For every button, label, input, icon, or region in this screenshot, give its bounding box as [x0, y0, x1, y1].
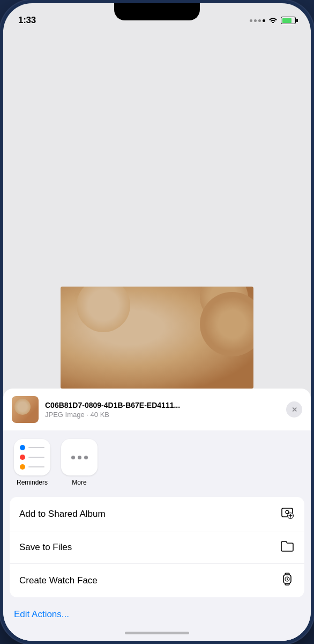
watch-icon [280, 572, 295, 589]
reminders-icon [16, 441, 49, 474]
notch [114, 3, 200, 20]
more-label: More [72, 479, 86, 486]
file-info-text: C06B81D7-0809-4D1B-B67E-ED4111... JPEG I… [45, 401, 280, 419]
file-thumbnail [12, 396, 39, 423]
status-time: 1:33 [18, 15, 36, 26]
file-name: C06B81D7-0809-4D1B-B67E-ED4111... [45, 401, 280, 409]
apps-row: Reminders More [3, 430, 311, 493]
phone-frame: 1:33 [0, 0, 314, 644]
phone-screen: 1:33 [3, 3, 311, 641]
reminders-label: Reminders [17, 479, 48, 486]
status-icons [250, 16, 296, 25]
bear-image [61, 287, 253, 389]
edit-actions-button[interactable]: Edit Actions... [3, 602, 311, 627]
home-indicator [3, 627, 311, 641]
more-app-item[interactable]: More [61, 439, 98, 486]
home-bar [125, 632, 189, 634]
save-to-files-item[interactable]: Save to Files [10, 531, 304, 563]
edit-actions-label: Edit Actions... [14, 609, 69, 619]
create-watch-face-label: Create Watch Face [19, 575, 98, 586]
sidebar-item-reminders[interactable]: Reminders [14, 439, 50, 486]
action-list: Add to Shared Album [10, 497, 304, 597]
more-dots-icon [71, 456, 88, 459]
close-button[interactable]: ✕ [286, 401, 302, 418]
add-to-shared-album-item[interactable]: Add to Shared Album [10, 497, 304, 531]
battery-icon [281, 17, 296, 24]
main-content: C06B81D7-0809-4D1B-B67E-ED4111... JPEG I… [3, 30, 311, 641]
reminders-app-icon [14, 439, 50, 475]
image-preview-area [3, 30, 311, 389]
signal-icon [250, 19, 265, 22]
file-info-row: C06B81D7-0809-4D1B-B67E-ED4111... JPEG I… [3, 389, 311, 430]
wifi-icon [268, 16, 278, 25]
save-to-files-label: Save to Files [19, 542, 72, 553]
more-app-icon [61, 439, 98, 475]
add-to-shared-album-label: Add to Shared Album [19, 509, 106, 519]
folder-icon [280, 540, 295, 554]
share-sheet: C06B81D7-0809-4D1B-B67E-ED4111... JPEG I… [3, 389, 311, 641]
close-icon: ✕ [291, 406, 297, 413]
create-watch-face-item[interactable]: Create Watch Face [10, 563, 304, 597]
file-meta: JPEG Image · 40 KB [45, 411, 280, 419]
svg-point-3 [286, 510, 289, 514]
shared-album-icon [280, 506, 295, 522]
